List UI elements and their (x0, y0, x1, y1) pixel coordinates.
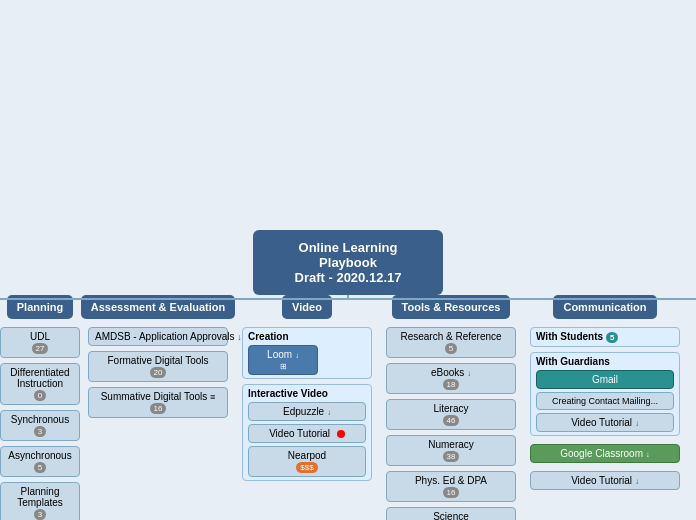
loom-item[interactable]: Loom ↓⊞ (248, 345, 318, 375)
central-node: Online Learning Playbook Draft - 2020.12… (253, 230, 443, 295)
interactive-video-group: Interactive Video Edpuzzle ↓ Video Tutor… (242, 384, 372, 481)
list-item[interactable]: AMDSB - Application Approvals ↓ (88, 327, 228, 346)
branch-assessment: Assessment & Evaluation AMDSB - Applicat… (88, 295, 228, 418)
gmail-item[interactable]: Gmail (536, 370, 674, 389)
interactive-video-label: Interactive Video (248, 388, 366, 399)
numeracy-item[interactable]: Numeracy38 (386, 435, 516, 466)
list-item[interactable]: Asynchronous5 (0, 446, 80, 477)
branch-tools: Tools & Resources Research & Reference5 … (386, 295, 516, 520)
branch-planning: Planning UDL27 DifferentiatedInstruction… (0, 295, 80, 520)
nearpod-item[interactable]: Nearpod$$$ (248, 446, 366, 477)
creating-contact-item[interactable]: Creating Contact Mailing... (536, 392, 674, 410)
assessment-items: AMDSB - Application Approvals ↓ Formativ… (88, 327, 228, 418)
creation-group: Creation Loom ↓⊞ (242, 327, 372, 379)
video-tutorial-classroom[interactable]: Video Tutorial ↓ (530, 471, 680, 490)
list-item[interactable]: Formative Digital Tools20 (88, 351, 228, 382)
list-item[interactable]: UDL27 (0, 327, 80, 358)
google-classroom-item[interactable]: Google Classroom ↓ (530, 444, 680, 463)
list-item[interactable]: Synchronous3 (0, 410, 80, 441)
video-tutorial-item[interactable]: Video Tutorial (248, 424, 366, 443)
literacy-item[interactable]: Literacy46 (386, 399, 516, 430)
video-tutorial-guardians[interactable]: Video Tutorial ↓ (536, 413, 674, 432)
list-item[interactable]: Summative Digital Tools ≡16 (88, 387, 228, 418)
video-items: Creation Loom ↓⊞ Interactive Video Edpuz… (242, 327, 372, 481)
list-item[interactable]: DifferentiatedInstruction0 (0, 363, 80, 405)
physed-item[interactable]: Phys. Ed & DPA16 (386, 471, 516, 502)
ebooks-item[interactable]: eBooks ↓18 (386, 363, 516, 394)
tools-items: Research & Reference5 eBooks ↓18 Literac… (386, 327, 516, 520)
branch-video: Video Creation Loom ↓⊞ Interactive Video… (242, 295, 372, 481)
branch-communication: Communication With Students 5 With Guard… (530, 295, 680, 490)
communication-items: With Students 5 With Guardians Gmail Cre… (530, 327, 680, 490)
with-students-label: With Students 5 (536, 331, 674, 343)
central-title-line1: Online Learning Playbook (271, 240, 425, 270)
with-students-group: With Students 5 (530, 327, 680, 347)
edpuzzle-item[interactable]: Edpuzzle ↓ (248, 402, 366, 421)
research-item[interactable]: Research & Reference5 (386, 327, 516, 358)
planning-items: UDL27 DifferentiatedInstruction0 Synchro… (0, 327, 80, 520)
horizontal-connector (0, 298, 696, 300)
with-guardians-label: With Guardians (536, 356, 674, 367)
science-item[interactable]: Science (386, 507, 516, 520)
central-title-line2: Draft - 2020.12.17 (271, 270, 425, 285)
with-guardians-group: With Guardians Gmail Creating Contact Ma… (530, 352, 680, 436)
creation-label: Creation (248, 331, 366, 342)
list-item[interactable]: PlanningTemplates3 (0, 482, 80, 520)
